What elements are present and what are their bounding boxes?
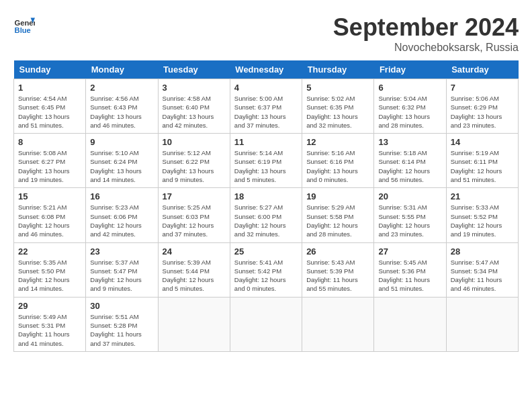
table-row: 1Sunrise: 4:54 AMSunset: 6:45 PMDaylight… [14, 79, 86, 134]
table-row: 15Sunrise: 5:21 AMSunset: 6:08 PMDayligh… [14, 188, 86, 242]
table-row: 2Sunrise: 4:56 AMSunset: 6:43 PMDaylight… [86, 79, 158, 134]
table-row: 3Sunrise: 4:58 AMSunset: 6:40 PMDaylight… [158, 79, 230, 134]
col-monday: Monday [86, 60, 158, 79]
table-row: 18Sunrise: 5:27 AMSunset: 6:00 PMDayligh… [230, 188, 302, 242]
month-year-title: September 2024 [333, 13, 519, 42]
table-row: 16Sunrise: 5:23 AMSunset: 6:06 PMDayligh… [86, 188, 158, 242]
table-row: 20Sunrise: 5:31 AMSunset: 5:55 PMDayligh… [374, 188, 446, 242]
col-sunday: Sunday [14, 60, 86, 79]
table-row [230, 297, 302, 351]
col-tuesday: Tuesday [158, 60, 230, 79]
table-row: 29Sunrise: 5:49 AMSunset: 5:31 PMDayligh… [14, 297, 86, 351]
table-row: 21Sunrise: 5:33 AMSunset: 5:52 PMDayligh… [446, 188, 518, 242]
table-row: 30Sunrise: 5:51 AMSunset: 5:28 PMDayligh… [86, 297, 158, 351]
table-row: 25Sunrise: 5:41 AMSunset: 5:42 PMDayligh… [230, 242, 302, 297]
table-row [302, 297, 374, 351]
table-row: 12Sunrise: 5:16 AMSunset: 6:16 PMDayligh… [302, 134, 374, 188]
table-row: 19Sunrise: 5:29 AMSunset: 5:58 PMDayligh… [302, 188, 374, 242]
table-row: 7Sunrise: 5:06 AMSunset: 6:29 PMDaylight… [446, 79, 518, 134]
table-row: 4Sunrise: 5:00 AMSunset: 6:37 PMDaylight… [230, 79, 302, 134]
table-row: 23Sunrise: 5:37 AMSunset: 5:47 PMDayligh… [86, 242, 158, 297]
table-row: 22Sunrise: 5:35 AMSunset: 5:50 PMDayligh… [14, 242, 86, 297]
calendar-week-5: 29Sunrise: 5:49 AMSunset: 5:31 PMDayligh… [14, 297, 519, 351]
table-row: 11Sunrise: 5:14 AMSunset: 6:19 PMDayligh… [230, 134, 302, 188]
table-row: 28Sunrise: 5:47 AMSunset: 5:34 PMDayligh… [446, 242, 518, 297]
table-row [446, 297, 518, 351]
table-row: 13Sunrise: 5:18 AMSunset: 6:14 PMDayligh… [374, 134, 446, 188]
col-wednesday: Wednesday [230, 60, 302, 79]
logo: General Blue [13, 13, 35, 35]
table-row: 10Sunrise: 5:12 AMSunset: 6:22 PMDayligh… [158, 134, 230, 188]
table-row: 17Sunrise: 5:25 AMSunset: 6:03 PMDayligh… [158, 188, 230, 242]
table-row: 9Sunrise: 5:10 AMSunset: 6:24 PMDaylight… [86, 134, 158, 188]
calendar-header-row: Sunday Monday Tuesday Wednesday Thursday… [14, 60, 519, 79]
calendar-week-4: 22Sunrise: 5:35 AMSunset: 5:50 PMDayligh… [14, 242, 519, 297]
table-row: 8Sunrise: 5:08 AMSunset: 6:27 PMDaylight… [14, 134, 86, 188]
calendar-week-1: 1Sunrise: 4:54 AMSunset: 6:45 PMDaylight… [14, 79, 519, 134]
col-saturday: Saturday [446, 60, 518, 79]
calendar-table: Sunday Monday Tuesday Wednesday Thursday… [13, 60, 519, 352]
table-row: 14Sunrise: 5:19 AMSunset: 6:11 PMDayligh… [446, 134, 518, 188]
logo-icon: General Blue [13, 13, 35, 35]
col-thursday: Thursday [302, 60, 374, 79]
table-row: 5Sunrise: 5:02 AMSunset: 6:35 PMDaylight… [302, 79, 374, 134]
table-row [158, 297, 230, 351]
table-row [374, 297, 446, 351]
col-friday: Friday [374, 60, 446, 79]
location-subtitle: Novocheboksarsk, Russia [333, 42, 519, 54]
table-row: 26Sunrise: 5:43 AMSunset: 5:39 PMDayligh… [302, 242, 374, 297]
table-row: 6Sunrise: 5:04 AMSunset: 6:32 PMDaylight… [374, 79, 446, 134]
svg-text:Blue: Blue [15, 26, 31, 34]
table-row: 27Sunrise: 5:45 AMSunset: 5:36 PMDayligh… [374, 242, 446, 297]
title-block: September 2024 Novocheboksarsk, Russia [333, 13, 519, 54]
calendar-week-3: 15Sunrise: 5:21 AMSunset: 6:08 PMDayligh… [14, 188, 519, 242]
table-row: 24Sunrise: 5:39 AMSunset: 5:44 PMDayligh… [158, 242, 230, 297]
calendar-week-2: 8Sunrise: 5:08 AMSunset: 6:27 PMDaylight… [14, 134, 519, 188]
page-header: General Blue September 2024 Novocheboksa… [13, 13, 519, 54]
